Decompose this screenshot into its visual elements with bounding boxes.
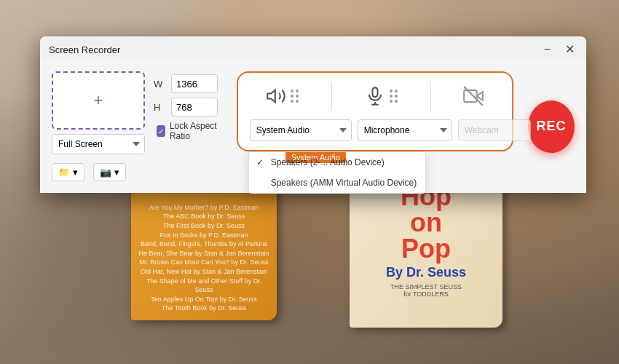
microphone-icon: [365, 86, 385, 106]
lock-label: Lock Aspect Ratio: [170, 121, 222, 141]
window-body: + Full Screen Custom W: [40, 61, 586, 193]
window-title: Screen Recorder: [49, 44, 120, 55]
folder-arrow: ▾: [73, 167, 78, 178]
av-divider-1: [331, 82, 332, 111]
camera-button[interactable]: 📷 ▾: [93, 163, 126, 181]
h-label: H: [154, 102, 165, 113]
window-titlebar: Screen Recorder − ✕: [40, 36, 586, 61]
add-screen-icon: +: [94, 91, 103, 110]
mic-dots: [390, 90, 398, 103]
folder-icon: 📁: [58, 167, 70, 178]
microphone-select[interactable]: Microphone: [358, 119, 452, 141]
width-row: W: [154, 74, 222, 93]
camera-icon: 📷: [100, 167, 111, 178]
height-input[interactable]: [171, 98, 218, 116]
speaker-icon: [266, 86, 286, 106]
w-label: W: [154, 79, 165, 90]
screen-preview[interactable]: +: [52, 71, 145, 130]
book-series: By Dr. Seuss: [386, 265, 466, 280]
screen-recorder-window: Screen Recorder − ✕ + Full Screen Cust: [40, 36, 586, 193]
webcam-icon: [463, 86, 484, 106]
close-button[interactable]: ✕: [562, 42, 577, 57]
bottom-icons: 📁 ▾ 📷 ▾: [52, 163, 222, 181]
av-panel: System Audio Microphone Webcam System Au…: [237, 71, 513, 151]
height-row: H: [154, 98, 222, 116]
width-input[interactable]: [171, 74, 218, 93]
av-icons-row: [250, 82, 500, 111]
rec-button[interactable]: REC: [528, 100, 575, 153]
lock-aspect-row: ✓ Lock Aspect Ratio: [157, 121, 222, 141]
book-title: HoponPop: [401, 183, 452, 262]
window-controls: − ✕: [541, 42, 577, 57]
system-audio-select[interactable]: System Audio: [250, 119, 352, 141]
dropdown-item-amm[interactable]: Speakers (AMM Virtual Audio Device): [249, 173, 426, 193]
svg-marker-0: [267, 90, 275, 102]
svg-rect-1: [372, 87, 377, 97]
fullscreen-select[interactable]: Full Screen Custom: [52, 134, 145, 154]
system-audio-dropdown: System Audio Speakers (2-... Audio Devic…: [248, 151, 427, 194]
book-tagline: THE SIMPLEST SEUSSfor TODDLERS: [390, 283, 462, 298]
dropdown-item-speakers[interactable]: Speakers (2-... Audio Device): [249, 152, 426, 173]
webcam-group: [463, 86, 484, 106]
minimize-button[interactable]: −: [541, 42, 553, 57]
mic-group: [365, 86, 398, 106]
folder-button[interactable]: 📁 ▾: [52, 163, 84, 181]
av-divider-2: [430, 82, 431, 111]
camera-arrow: ▾: [114, 167, 119, 178]
av-selects-row: System Audio Microphone Webcam: [250, 119, 500, 141]
lock-checkbox[interactable]: ✓: [157, 125, 165, 137]
speaker-group: [266, 86, 299, 106]
webcam-select[interactable]: Webcam: [458, 119, 531, 141]
left-panel: + Full Screen Custom W: [52, 71, 222, 181]
speaker-dots: [291, 90, 299, 103]
